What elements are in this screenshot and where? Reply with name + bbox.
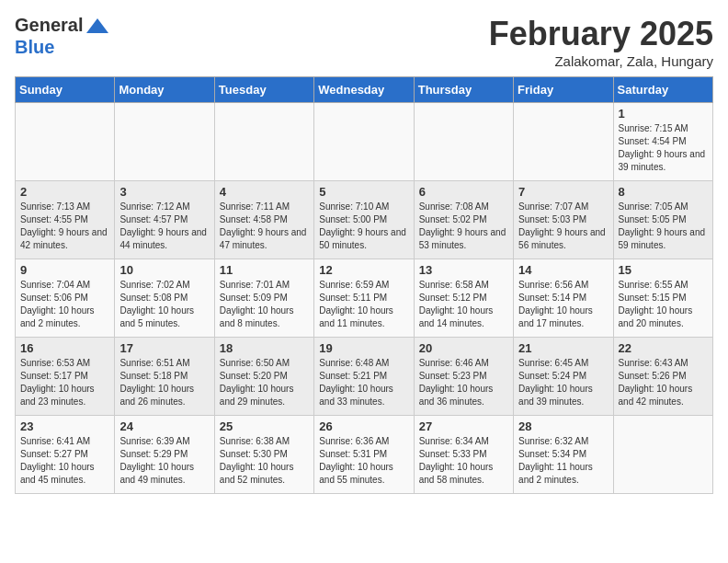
day-info: Sunrise: 6:59 AM Sunset: 5:11 PM Dayligh… <box>319 279 408 330</box>
logo: General Blue <box>15 15 110 57</box>
calendar-cell: 26Sunrise: 6:36 AM Sunset: 5:31 PM Dayli… <box>314 416 414 494</box>
day-info: Sunrise: 6:43 AM Sunset: 5:26 PM Dayligh… <box>619 357 708 408</box>
day-info: Sunrise: 6:45 AM Sunset: 5:24 PM Dayligh… <box>518 357 608 408</box>
day-number: 20 <box>419 341 508 355</box>
calendar-cell: 14Sunrise: 6:56 AM Sunset: 5:14 PM Dayli… <box>514 259 613 338</box>
day-info: Sunrise: 6:39 AM Sunset: 5:29 PM Dayligh… <box>119 435 209 487</box>
calendar-cell: 28Sunrise: 6:32 AM Sunset: 5:34 PM Dayli… <box>514 416 613 494</box>
calendar-cell: 5Sunrise: 7:10 AM Sunset: 5:00 PM Daylig… <box>314 181 414 259</box>
logo-general: General <box>15 15 83 35</box>
calendar-cell <box>314 103 414 181</box>
svg-marker-0 <box>86 18 108 33</box>
day-info: Sunrise: 7:15 AM Sunset: 4:54 PM Dayligh… <box>619 122 708 174</box>
day-number: 5 <box>319 185 408 199</box>
calendar-cell: 20Sunrise: 6:46 AM Sunset: 5:23 PM Dayli… <box>414 338 513 416</box>
day-number: 7 <box>518 185 608 199</box>
month-title: February 2025 <box>489 15 713 53</box>
calendar-cell: 19Sunrise: 6:48 AM Sunset: 5:21 PM Dayli… <box>314 338 414 416</box>
calendar-cell <box>414 103 513 181</box>
day-number: 1 <box>619 107 708 121</box>
logo-blue: Blue <box>15 37 110 57</box>
day-number: 18 <box>220 341 309 355</box>
day-number: 28 <box>518 419 608 433</box>
calendar-cell: 2Sunrise: 7:13 AM Sunset: 4:55 PM Daylig… <box>16 181 115 259</box>
calendar-cell: 9Sunrise: 7:04 AM Sunset: 5:06 PM Daylig… <box>16 259 115 338</box>
day-info: Sunrise: 6:34 AM Sunset: 5:33 PM Dayligh… <box>419 435 508 487</box>
day-number: 17 <box>119 341 209 355</box>
day-number: 15 <box>619 263 708 277</box>
day-info: Sunrise: 6:46 AM Sunset: 5:23 PM Dayligh… <box>419 357 508 408</box>
calendar-cell: 11Sunrise: 7:01 AM Sunset: 5:09 PM Dayli… <box>214 259 313 338</box>
calendar-cell: 6Sunrise: 7:08 AM Sunset: 5:02 PM Daylig… <box>414 181 513 259</box>
calendar-cell <box>613 416 712 494</box>
day-number: 2 <box>20 185 109 199</box>
day-info: Sunrise: 6:48 AM Sunset: 5:21 PM Dayligh… <box>319 357 408 408</box>
weekday-header-sunday: Sunday <box>16 77 115 103</box>
day-number: 25 <box>220 419 309 433</box>
calendar-cell: 25Sunrise: 6:38 AM Sunset: 5:30 PM Dayli… <box>214 416 313 494</box>
weekday-header-saturday: Saturday <box>613 77 712 103</box>
calendar-cell: 1Sunrise: 7:15 AM Sunset: 4:54 PM Daylig… <box>613 103 712 181</box>
day-number: 3 <box>119 185 209 199</box>
calendar-cell: 3Sunrise: 7:12 AM Sunset: 4:57 PM Daylig… <box>115 181 214 259</box>
weekday-header-row: SundayMondayTuesdayWednesdayThursdayFrid… <box>16 77 713 103</box>
day-number: 16 <box>20 341 109 355</box>
calendar-cell: 22Sunrise: 6:43 AM Sunset: 5:26 PM Dayli… <box>613 338 712 416</box>
day-info: Sunrise: 7:05 AM Sunset: 5:05 PM Dayligh… <box>619 201 708 252</box>
calendar-cell: 10Sunrise: 7:02 AM Sunset: 5:08 PM Dayli… <box>115 259 214 338</box>
day-info: Sunrise: 6:41 AM Sunset: 5:27 PM Dayligh… <box>20 435 109 487</box>
day-info: Sunrise: 6:36 AM Sunset: 5:31 PM Dayligh… <box>319 435 408 487</box>
calendar-cell: 17Sunrise: 6:51 AM Sunset: 5:18 PM Dayli… <box>115 338 214 416</box>
calendar-cell: 18Sunrise: 6:50 AM Sunset: 5:20 PM Dayli… <box>214 338 313 416</box>
header: General Blue February 2025 Zalakomar, Za… <box>15 15 713 69</box>
day-number: 27 <box>419 419 508 433</box>
calendar-week-row: 2Sunrise: 7:13 AM Sunset: 4:55 PM Daylig… <box>16 181 713 259</box>
day-info: Sunrise: 6:53 AM Sunset: 5:17 PM Dayligh… <box>20 357 109 408</box>
location-subtitle: Zalakomar, Zala, Hungary <box>489 53 713 69</box>
day-number: 4 <box>220 185 309 199</box>
day-number: 23 <box>20 419 109 433</box>
day-info: Sunrise: 7:04 AM Sunset: 5:06 PM Dayligh… <box>20 279 109 330</box>
calendar-week-row: 23Sunrise: 6:41 AM Sunset: 5:27 PM Dayli… <box>16 416 713 494</box>
day-info: Sunrise: 7:12 AM Sunset: 4:57 PM Dayligh… <box>119 201 209 252</box>
calendar-cell: 21Sunrise: 6:45 AM Sunset: 5:24 PM Dayli… <box>514 338 613 416</box>
calendar-cell: 16Sunrise: 6:53 AM Sunset: 5:17 PM Dayli… <box>16 338 115 416</box>
title-block: February 2025 Zalakomar, Zala, Hungary <box>489 15 713 69</box>
day-info: Sunrise: 7:11 AM Sunset: 4:58 PM Dayligh… <box>220 201 309 252</box>
calendar-week-row: 9Sunrise: 7:04 AM Sunset: 5:06 PM Daylig… <box>16 259 713 338</box>
day-info: Sunrise: 7:01 AM Sunset: 5:09 PM Dayligh… <box>220 279 309 330</box>
calendar-cell <box>514 103 613 181</box>
day-info: Sunrise: 6:51 AM Sunset: 5:18 PM Dayligh… <box>119 357 209 408</box>
calendar-cell: 13Sunrise: 6:58 AM Sunset: 5:12 PM Dayli… <box>414 259 513 338</box>
calendar-table: SundayMondayTuesdayWednesdayThursdayFrid… <box>15 76 713 494</box>
day-info: Sunrise: 6:50 AM Sunset: 5:20 PM Dayligh… <box>220 357 309 408</box>
day-number: 11 <box>220 263 309 277</box>
calendar-cell <box>16 103 115 181</box>
weekday-header-friday: Friday <box>514 77 613 103</box>
calendar-cell: 7Sunrise: 7:07 AM Sunset: 5:03 PM Daylig… <box>514 181 613 259</box>
day-number: 21 <box>518 341 608 355</box>
day-number: 10 <box>119 263 209 277</box>
calendar-cell: 8Sunrise: 7:05 AM Sunset: 5:05 PM Daylig… <box>613 181 712 259</box>
day-info: Sunrise: 6:32 AM Sunset: 5:34 PM Dayligh… <box>518 435 608 487</box>
calendar-cell: 4Sunrise: 7:11 AM Sunset: 4:58 PM Daylig… <box>214 181 313 259</box>
day-number: 22 <box>619 341 708 355</box>
day-number: 24 <box>119 419 209 433</box>
day-number: 14 <box>518 263 608 277</box>
day-info: Sunrise: 7:02 AM Sunset: 5:08 PM Dayligh… <box>119 279 209 330</box>
weekday-header-monday: Monday <box>115 77 214 103</box>
weekday-header-wednesday: Wednesday <box>314 77 414 103</box>
day-info: Sunrise: 6:58 AM Sunset: 5:12 PM Dayligh… <box>419 279 508 330</box>
calendar-cell <box>214 103 313 181</box>
weekday-header-tuesday: Tuesday <box>214 77 313 103</box>
calendar-week-row: 1Sunrise: 7:15 AM Sunset: 4:54 PM Daylig… <box>16 103 713 181</box>
day-number: 6 <box>419 185 508 199</box>
calendar-cell <box>115 103 214 181</box>
day-info: Sunrise: 7:08 AM Sunset: 5:02 PM Dayligh… <box>419 201 508 252</box>
calendar-cell: 27Sunrise: 6:34 AM Sunset: 5:33 PM Dayli… <box>414 416 513 494</box>
day-number: 19 <box>319 341 408 355</box>
calendar-cell: 12Sunrise: 6:59 AM Sunset: 5:11 PM Dayli… <box>314 259 414 338</box>
day-info: Sunrise: 7:10 AM Sunset: 5:00 PM Dayligh… <box>319 201 408 252</box>
day-info: Sunrise: 6:55 AM Sunset: 5:15 PM Dayligh… <box>619 279 708 330</box>
calendar-week-row: 16Sunrise: 6:53 AM Sunset: 5:17 PM Dayli… <box>16 338 713 416</box>
